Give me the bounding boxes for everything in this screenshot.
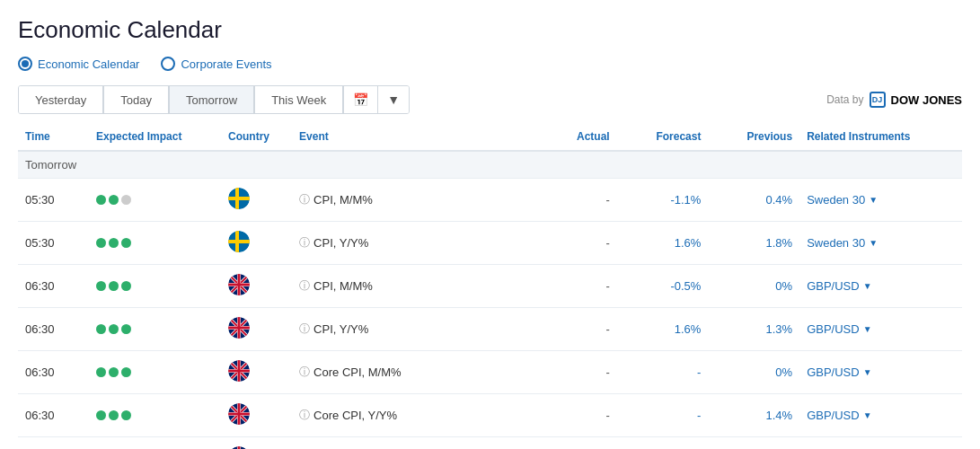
info-icon: ⓘ bbox=[299, 192, 310, 207]
section-header-tomorrow: Tomorrow bbox=[18, 151, 962, 179]
related-label: Sweden 30 bbox=[807, 193, 865, 207]
dj-label: DOW JONES bbox=[891, 93, 962, 107]
radio-label-economic: Economic Calendar bbox=[38, 57, 139, 71]
dropdown-arrow-icon[interactable]: ▼ bbox=[863, 410, 872, 420]
forecast-cell: -0.5% bbox=[617, 265, 709, 308]
svg-rect-25 bbox=[238, 317, 241, 339]
page-title: Economic Calendar bbox=[18, 16, 962, 44]
impact-dot bbox=[96, 367, 106, 377]
related-cell[interactable]: Sweden 30 ▼ bbox=[799, 222, 962, 265]
time-cell: 06:30 bbox=[18, 394, 89, 437]
previous-cell: 0.3% bbox=[708, 437, 799, 450]
related-cell[interactable]: Sweden 30 ▼ bbox=[799, 179, 962, 222]
tab-tomorrow[interactable]: Tomorrow bbox=[169, 86, 254, 113]
impact-dot bbox=[109, 410, 119, 420]
economic-table: Time Expected Impact Country Event Actua… bbox=[18, 121, 962, 449]
tab-this-week[interactable]: This Week bbox=[254, 86, 343, 113]
dropdown-arrow-icon[interactable]: ▼ bbox=[869, 238, 878, 248]
svg-rect-35 bbox=[238, 360, 241, 382]
svg-rect-2 bbox=[235, 188, 239, 209]
impact-dot bbox=[121, 410, 131, 420]
related-cell[interactable]: GBP/USD ▼ bbox=[799, 308, 962, 351]
forecast-cell: -0.6% bbox=[617, 437, 709, 450]
info-icon: ⓘ bbox=[299, 278, 310, 294]
impact-dot bbox=[109, 238, 119, 248]
svg-rect-5 bbox=[235, 231, 239, 252]
info-icon: ⓘ bbox=[299, 321, 310, 337]
previous-cell: 1.4% bbox=[708, 394, 799, 437]
dropdown-arrow-icon[interactable]: ▼ bbox=[863, 324, 872, 334]
time-cell: 06:30 bbox=[18, 265, 89, 308]
tab-today[interactable]: Today bbox=[103, 86, 169, 113]
info-icon: ⓘ bbox=[299, 365, 310, 380]
impact-dot bbox=[96, 281, 106, 291]
impact-cell bbox=[89, 308, 221, 351]
impact-dot bbox=[96, 410, 106, 420]
dropdown-arrow-icon[interactable]: ▼ bbox=[863, 281, 872, 291]
radio-label-corporate: Corporate Events bbox=[181, 57, 271, 71]
table-row: 05:30 ⓘ CPI, Y/Y% - 1.6% 1.8% Sweden 30 … bbox=[18, 222, 962, 265]
data-by-label: Data by bbox=[826, 93, 863, 106]
impact-cell bbox=[89, 265, 221, 308]
related-label: GBP/USD bbox=[807, 365, 860, 379]
impact-dot bbox=[109, 367, 119, 377]
col-related: Related Instruments bbox=[799, 121, 962, 151]
forecast-cell: 1.6% bbox=[617, 308, 709, 351]
col-event: Event bbox=[292, 121, 535, 151]
previous-cell: 0% bbox=[708, 351, 799, 394]
event-cell: ⓘ Core CPI, M/M% bbox=[292, 351, 535, 394]
svg-rect-45 bbox=[238, 403, 241, 425]
radio-circle-economic bbox=[18, 57, 32, 71]
event-cell: ⓘ CPI, Y/Y% bbox=[292, 222, 535, 265]
table-row: 06:30 ⓘ Core CPI, Y/Y% - - 1.4% GBP/USD … bbox=[18, 394, 962, 437]
previous-cell: 0.4% bbox=[708, 179, 799, 222]
country-cell bbox=[221, 394, 292, 437]
svg-rect-15 bbox=[238, 274, 241, 295]
col-country: Country bbox=[221, 121, 292, 151]
actual-cell: - bbox=[535, 308, 616, 351]
related-label: GBP/USD bbox=[807, 279, 860, 293]
col-forecast: Forecast bbox=[617, 121, 709, 151]
col-time: Time bbox=[18, 121, 89, 151]
table-row: 06:30 ⓘ CPI, Y/Y% - 1.6% 1.3% GBP/USD ▼ bbox=[18, 308, 962, 351]
time-cell: 06:30 bbox=[18, 351, 89, 394]
related-cell[interactable]: GBP/USD ▼ bbox=[799, 437, 962, 450]
time-cell: 05:30 bbox=[18, 179, 89, 222]
impact-dot bbox=[121, 324, 131, 334]
related-label: Sweden 30 bbox=[807, 236, 865, 250]
dropdown-arrow-icon[interactable]: ▼ bbox=[869, 195, 878, 205]
impact-cell bbox=[89, 394, 221, 437]
col-impact: Expected Impact bbox=[89, 121, 221, 151]
related-cell[interactable]: GBP/USD ▼ bbox=[799, 351, 962, 394]
filter-icon-button[interactable]: ▼ bbox=[377, 86, 409, 113]
related-label: GBP/USD bbox=[807, 322, 860, 336]
time-cell: 06:30 bbox=[18, 308, 89, 351]
radio-economic[interactable]: Economic Calendar bbox=[18, 57, 139, 71]
calendar-icon-button[interactable]: 📅 bbox=[343, 86, 377, 113]
impact-dot bbox=[109, 324, 119, 334]
impact-dot bbox=[109, 195, 119, 205]
country-cell bbox=[221, 222, 292, 265]
forecast-cell: - bbox=[617, 351, 709, 394]
time-cell: 05:30 bbox=[18, 222, 89, 265]
related-cell[interactable]: GBP/USD ▼ bbox=[799, 394, 962, 437]
previous-cell: 1.8% bbox=[708, 222, 799, 265]
forecast-cell: -1.1% bbox=[617, 179, 709, 222]
related-label: GBP/USD bbox=[807, 409, 860, 422]
time-cell: 06:30 bbox=[18, 437, 89, 450]
tab-yesterday[interactable]: Yesterday bbox=[19, 86, 103, 113]
impact-dot bbox=[96, 195, 106, 205]
impact-dot bbox=[121, 281, 131, 291]
dropdown-arrow-icon[interactable]: ▼ bbox=[863, 367, 872, 377]
event-cell: ⓘ Retail Price Index, M/M% bbox=[292, 437, 535, 450]
previous-cell: 1.3% bbox=[708, 308, 799, 351]
impact-dot bbox=[121, 238, 131, 248]
event-cell: ⓘ CPI, M/M% bbox=[292, 265, 535, 308]
country-cell bbox=[221, 179, 292, 222]
col-previous: Previous bbox=[708, 121, 799, 151]
related-cell[interactable]: GBP/USD ▼ bbox=[799, 265, 962, 308]
country-cell bbox=[221, 265, 292, 308]
impact-dot bbox=[96, 238, 106, 248]
tab-container: Yesterday Today Tomorrow This Week 📅 ▼ bbox=[18, 85, 410, 114]
radio-corporate[interactable]: Corporate Events bbox=[161, 57, 271, 71]
